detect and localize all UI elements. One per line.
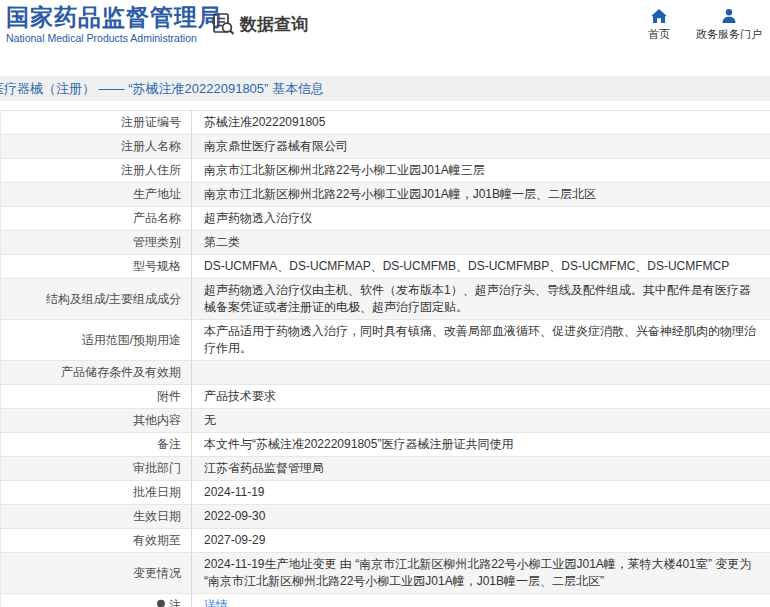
note-label-text: 注 — [169, 597, 181, 607]
row-value-text: 无 — [204, 412, 758, 429]
row-value: 本产品适用于药物透入治疗，同时具有镇痛、改善局部血液循环、促进炎症消散、兴奋神经… — [191, 320, 770, 360]
row-value: 2024-11-19生产地址变更 由 “南京市江北新区柳州北路22号小柳工业园J… — [191, 553, 770, 593]
data-query-label: 数据查询 — [240, 13, 308, 36]
registration-info-table: 注册证编号 苏械注准20222091805 注册人名称 南京鼎世医疗器械有限公司… — [0, 110, 770, 607]
row-value: 产品技术要求 — [191, 385, 770, 408]
row-value: 详情 — [191, 594, 770, 607]
page-header: 国家药品监督管理局 National Medical Products Admi… — [0, 0, 770, 60]
table-row: 变更情况 2024-11-19生产地址变更 由 “南京市江北新区柳州北路22号小… — [1, 553, 770, 594]
row-label: 其他内容 — [1, 409, 191, 432]
row-label: 批准日期 — [1, 481, 191, 504]
row-value: 第二类 — [191, 231, 770, 254]
row-value: 南京市江北新区柳州北路22号小柳工业园J01A幢，J01B幢一层、二层北区 — [191, 183, 770, 206]
table-row: 注册证编号 苏械注准20222091805 — [1, 111, 770, 135]
row-value-text: 超声药物透入治疗仪由主机、软件（发布版本1）、超声治疗头、导线及配件组成。其中配… — [204, 282, 758, 316]
row-label: 变更情况 — [1, 553, 191, 593]
row-label: 产品名称 — [1, 207, 191, 230]
row-value-text: 苏械注准20222091805 — [204, 114, 758, 131]
row-value: 南京市江北新区柳州北路22号小柳工业园J01A幢三层 — [191, 159, 770, 182]
row-value-text: 第二类 — [204, 234, 758, 251]
logo-title: 国家药品监督管理局 — [6, 3, 222, 31]
row-value: 2027-09-29 — [191, 529, 770, 552]
table-row: 产品名称 超声药物透入治疗仪 — [1, 207, 770, 231]
table-row: 型号规格 DS-UCMFMA、DS-UCMFMAP、DS-UCMFMB、DS-U… — [1, 255, 770, 279]
nav-portal[interactable]: 政务服务门户 — [696, 8, 762, 42]
row-value: 南京鼎世医疗器械有限公司 — [191, 135, 770, 158]
row-value: 无 — [191, 409, 770, 432]
row-label: 备注 — [1, 433, 191, 456]
table-row: 注册人住所 南京市江北新区柳州北路22号小柳工业园J01A幢三层 — [1, 159, 770, 183]
table-row: 适用范围/预期用途 本产品适用于药物透入治疗，同时具有镇痛、改善局部血液循环、促… — [1, 320, 770, 361]
row-label: 适用范围/预期用途 — [1, 320, 191, 360]
row-label: 有效期至 — [1, 529, 191, 552]
row-value: 2022-09-30 — [191, 505, 770, 528]
row-value-text: 南京市江北新区柳州北路22号小柳工业园J01A幢三层 — [204, 162, 758, 179]
table-row: 有效期至 2027-09-29 — [1, 529, 770, 553]
table-row: 批准日期 2024-11-19 — [1, 481, 770, 505]
row-value-text: 南京市江北新区柳州北路22号小柳工业园J01A幢，J01B幢一层、二层北区 — [204, 186, 758, 203]
row-value-text: 江苏省药品监督管理局 — [204, 460, 758, 477]
nmpa-logo: 国家药品监督管理局 National Medical Products Admi… — [6, 3, 222, 44]
data-query-section[interactable]: 数据查询 — [212, 12, 308, 36]
home-icon — [650, 8, 668, 24]
details-link[interactable]: 详情 — [204, 597, 228, 607]
row-value: 超声药物透入治疗仪由主机、软件（发布版本1）、超声治疗头、导线及配件组成。其中配… — [191, 279, 770, 319]
logo-subtitle: National Medical Products Administration — [6, 32, 222, 44]
table-row: 产品储存条件及有效期 — [1, 361, 770, 385]
row-value: 本文件与“苏械注准20222091805”医疗器械注册证共同使用 — [191, 433, 770, 456]
table-row: 注册人名称 南京鼎世医疗器械有限公司 — [1, 135, 770, 159]
row-value: 超声药物透入治疗仪 — [191, 207, 770, 230]
table-row: 结构及组成/主要组成成分 超声药物透入治疗仪由主机、软件（发布版本1）、超声治疗… — [1, 279, 770, 320]
row-value-text: DS-UCMFMA、DS-UCMFMAP、DS-UCMFMB、DS-UCMFMB… — [204, 258, 758, 275]
table-row-note: 注 详情 — [1, 594, 770, 607]
breadcrumb: 医疗器械（注册） —— “苏械注准20222091805” 基本信息 — [0, 80, 324, 98]
row-label: 结构及组成/主要组成成分 — [1, 279, 191, 319]
data-query-icon — [212, 12, 236, 36]
table-row: 附件 产品技术要求 — [1, 385, 770, 409]
row-value-text: 南京鼎世医疗器械有限公司 — [204, 138, 758, 155]
row-value-text: 本文件与“苏械注准20222091805”医疗器械注册证共同使用 — [204, 436, 758, 453]
row-value-text: 2022-09-30 — [204, 508, 758, 525]
row-label: 型号规格 — [1, 255, 191, 278]
row-label: 注册人住所 — [1, 159, 191, 182]
row-value: 苏械注准20222091805 — [191, 111, 770, 134]
row-value: 江苏省药品监督管理局 — [191, 457, 770, 480]
breadcrumb-bar: 医疗器械（注册） —— “苏械注准20222091805” 基本信息 — [0, 76, 770, 101]
table-row: 审批部门 江苏省药品监督管理局 — [1, 457, 770, 481]
row-label: 产品储存条件及有效期 — [1, 361, 191, 384]
row-value-text: 超声药物透入治疗仪 — [204, 210, 758, 227]
row-value-text: 本产品适用于药物透入治疗，同时具有镇痛、改善局部血液循环、促进炎症消散、兴奋神经… — [204, 323, 758, 357]
row-value — [191, 361, 770, 384]
row-label: 审批部门 — [1, 457, 191, 480]
table-row: 其他内容 无 — [1, 409, 770, 433]
row-value-text: 产品技术要求 — [204, 388, 758, 405]
row-label: 生效日期 — [1, 505, 191, 528]
user-icon — [720, 8, 738, 24]
note-bulb-icon — [156, 599, 166, 607]
row-value: DS-UCMFMA、DS-UCMFMAP、DS-UCMFMB、DS-UCMFMB… — [191, 255, 770, 278]
row-label: 注册证编号 — [1, 111, 191, 134]
row-label: 注 — [1, 594, 191, 607]
row-label: 生产地址 — [1, 183, 191, 206]
row-value-text: 2027-09-29 — [204, 532, 758, 549]
table-row: 管理类别 第二类 — [1, 231, 770, 255]
nav-home[interactable]: 首页 — [648, 8, 670, 42]
row-label: 管理类别 — [1, 231, 191, 254]
row-value: 2024-11-19 — [191, 481, 770, 504]
table-row: 生效日期 2022-09-30 — [1, 505, 770, 529]
row-label: 注册人名称 — [1, 135, 191, 158]
row-label: 附件 — [1, 385, 191, 408]
nav-portal-label: 政务服务门户 — [696, 27, 762, 42]
table-row: 生产地址 南京市江北新区柳州北路22号小柳工业园J01A幢，J01B幢一层、二层… — [1, 183, 770, 207]
top-nav: 首页 政务服务门户 — [648, 8, 762, 42]
table-row: 备注 本文件与“苏械注准20222091805”医疗器械注册证共同使用 — [1, 433, 770, 457]
row-value-text: 2024-11-19生产地址变更 由 “南京市江北新区柳州北路22号小柳工业园J… — [204, 556, 758, 590]
row-value-text: 2024-11-19 — [204, 484, 758, 501]
nav-home-label: 首页 — [648, 27, 670, 42]
